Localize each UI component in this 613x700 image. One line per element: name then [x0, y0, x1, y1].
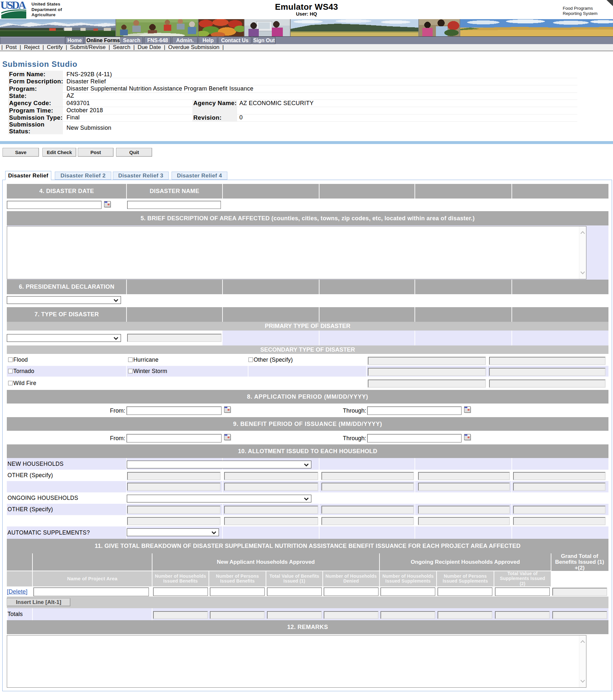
- svg-text:USDA: USDA: [1, 0, 26, 11]
